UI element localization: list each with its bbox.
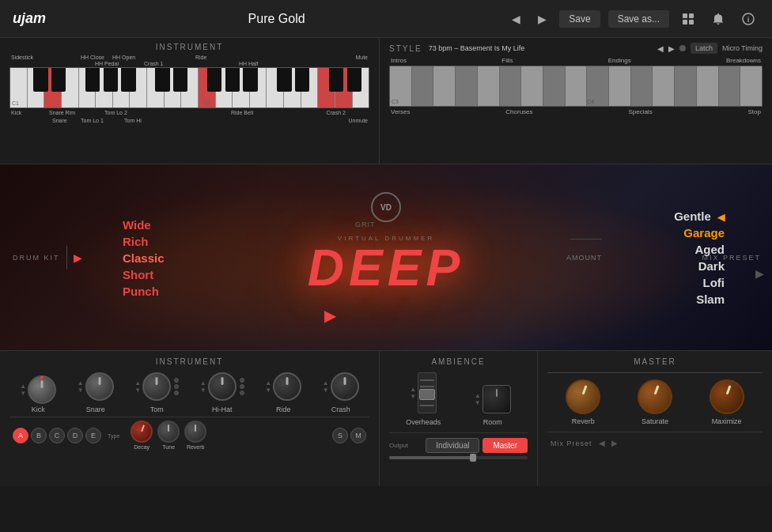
- output-slider[interactable]: [389, 456, 528, 459]
- style-panel: STYLE 73 bpm – Basement Is My Life ◀ ▶ L…: [380, 38, 772, 164]
- ride-arrows[interactable]: ▲ ▼: [265, 380, 271, 394]
- product-name: DEEP: [308, 243, 464, 293]
- style-short[interactable]: Short: [123, 267, 165, 281]
- solo-button[interactable]: S: [332, 428, 348, 443]
- inst-reverb-knob[interactable]: [184, 421, 206, 443]
- middle-section: DRUM KIT ▶ Wide Rich Classic Short Punch…: [0, 164, 772, 350]
- latch-button[interactable]: Latch: [691, 43, 717, 54]
- type-btn-a[interactable]: A: [13, 428, 28, 443]
- master-reverb-group: Reverb: [566, 379, 600, 425]
- style-keyboard[interactable]: C3 C4: [389, 66, 763, 107]
- style-punch[interactable]: Punch: [123, 284, 165, 297]
- c2-label: C2: [204, 100, 211, 106]
- room-knob[interactable]: [482, 385, 511, 413]
- master-right-arrow[interactable]: ▶: [755, 266, 764, 281]
- master-title: MASTER: [547, 357, 763, 366]
- save-button[interactable]: Save: [559, 10, 600, 28]
- snare-arrows[interactable]: ▲ ▼: [78, 380, 84, 394]
- next-preset-arrow[interactable]: ▶: [533, 11, 551, 27]
- master-reverb-knob[interactable]: [566, 379, 600, 414]
- crash-label: Crash: [331, 406, 350, 413]
- master-knobs-row: Reverb Saturate Maximize ▶: [547, 379, 763, 425]
- kick-knob[interactable]: [28, 375, 56, 404]
- preset-name: Pure Gold: [46, 12, 507, 26]
- style-classic[interactable]: Classic: [123, 251, 165, 264]
- mix-style-dark[interactable]: Dark: [698, 259, 725, 273]
- type-btn-c[interactable]: C: [49, 428, 65, 443]
- snare-label: Snare: [86, 406, 105, 413]
- prev-preset-arrow[interactable]: ◀: [507, 11, 525, 27]
- snare-knob[interactable]: [85, 372, 114, 401]
- tune-knob[interactable]: [157, 421, 180, 443]
- mute-button[interactable]: M: [350, 428, 366, 443]
- label-kick: Kick: [11, 110, 21, 115]
- crash-knob[interactable]: [331, 372, 359, 401]
- drum-kit-section: DRUM KIT ▶: [13, 246, 82, 270]
- save-as-button[interactable]: Save as...: [608, 10, 669, 28]
- style-fills-label: Fills: [501, 57, 513, 64]
- master-maximize-knob[interactable]: [710, 379, 744, 414]
- style-next-arrow[interactable]: ▶: [668, 44, 675, 53]
- individual-output-btn[interactable]: Individual: [426, 438, 479, 453]
- instrument-controls: INSTRUMENT ▲ ▼: [0, 351, 380, 486]
- mix-style-slam[interactable]: Slam: [696, 292, 725, 306]
- type-btn-b[interactable]: B: [31, 428, 47, 443]
- grit-label: Grit: [355, 221, 376, 228]
- ambience-knobs-row: ▲ ▼ Overheads: [389, 372, 528, 426]
- tom-knob[interactable]: [142, 372, 171, 401]
- type-buttons-group: A B C D E: [13, 428, 101, 443]
- micro-timing-label: Micro Timing: [722, 44, 763, 52]
- tom-arrows[interactable]: ▲ ▼: [134, 380, 141, 394]
- decay-label: Decay: [134, 444, 149, 450]
- label-hhopen: HH Open: [112, 55, 135, 60]
- master-controls: MASTER Reverb Saturate Maximize ▶: [538, 351, 772, 486]
- mix-style-aged[interactable]: Aged: [695, 243, 725, 256]
- kick-arrows[interactable]: ▲ ▼: [20, 383, 26, 397]
- label-ride: Ride: [195, 55, 206, 60]
- label-hhalf: HH Half: [239, 61, 259, 66]
- type-btn-e[interactable]: E: [85, 428, 101, 443]
- master-saturate-group: Saturate: [638, 379, 672, 425]
- decay-group: Decay: [131, 421, 153, 450]
- overheads-arrows[interactable]: ▲ ▼: [410, 387, 416, 400]
- bell-icon[interactable]: [707, 8, 729, 30]
- hihat-knob-group: ▲ ▼ Hi-Hat: [200, 372, 244, 413]
- grid-icon[interactable]: [677, 8, 699, 30]
- mix-preset-next[interactable]: ▶: [611, 439, 618, 447]
- c3-label: C3: [392, 99, 399, 104]
- crash-arrows[interactable]: ▲ ▼: [323, 380, 329, 394]
- mix-preset-prev[interactable]: ◀: [599, 439, 605, 447]
- overheads-fader[interactable]: [418, 372, 437, 413]
- kick-knob-group: ▲ ▼ Kick: [20, 375, 56, 413]
- master-divider: [547, 372, 763, 373]
- label-crash1: Crash 1: [144, 61, 164, 66]
- master-maximize-label: Maximize: [712, 417, 742, 425]
- master-maximize-group: Maximize: [710, 379, 744, 425]
- style-rich[interactable]: Rich: [123, 234, 165, 247]
- overheads-label: Overheads: [406, 418, 441, 426]
- master-output-btn[interactable]: Master: [482, 438, 528, 453]
- decay-knob[interactable]: [131, 421, 153, 443]
- instrument-keyboard[interactable]: C1 C2: [9, 67, 369, 108]
- info-icon[interactable]: i: [737, 8, 759, 30]
- hihat-arrows[interactable]: ▲ ▼: [200, 380, 206, 394]
- drum-kit-right-arrow[interactable]: ▶: [74, 251, 82, 264]
- mix-style-garage[interactable]: Garage: [683, 226, 725, 240]
- play-button[interactable]: ▶: [324, 306, 336, 325]
- snare-knob-group: ▲ ▼ Snare: [78, 372, 114, 413]
- room-arrows[interactable]: ▲ ▼: [475, 393, 481, 406]
- master-saturate-knob[interactable]: [638, 379, 672, 414]
- style-wide[interactable]: Wide: [123, 217, 165, 231]
- mix-style-gentle[interactable]: Gentle ◀: [674, 209, 725, 223]
- style-prev-arrow[interactable]: ◀: [657, 44, 664, 53]
- type-btn-d[interactable]: D: [67, 428, 83, 443]
- hihat-knob[interactable]: [208, 372, 237, 401]
- sm-buttons: S M: [332, 428, 366, 443]
- overheads-group: ▲ ▼ Overheads: [406, 372, 441, 426]
- ride-knob[interactable]: [273, 372, 301, 401]
- label-snarerim: Snare Rim: [49, 110, 75, 115]
- amount-label: Amount: [566, 254, 602, 262]
- mix-style-lofi[interactable]: Lofi: [703, 276, 725, 289]
- vd-logo: VD: [371, 192, 401, 222]
- instrument-controls-title: INSTRUMENT: [9, 357, 369, 366]
